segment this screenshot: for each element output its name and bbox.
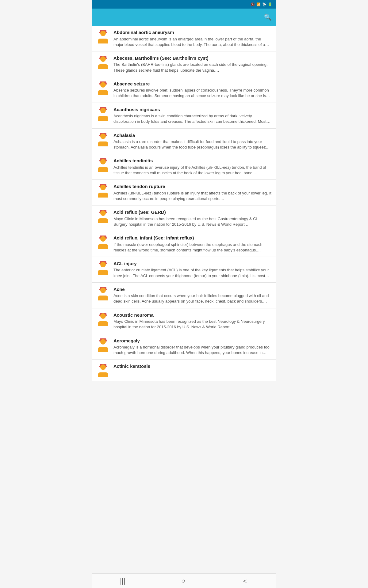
- list-item[interactable]: Acid reflux, infant (See: Infant reflux)…: [92, 231, 276, 257]
- avatar-head: [100, 185, 106, 190]
- battery-icon: 🔋: [268, 2, 272, 6]
- disease-description: Absence seizures involve brief, sudden l…: [113, 88, 272, 99]
- avatar-head: [100, 108, 106, 113]
- disease-description: The anterior cruciate ligament (ACL) is …: [113, 267, 272, 278]
- disease-list: Abdominal aortic aneurysm An abdominal a…: [92, 26, 276, 381]
- list-item[interactable]: Abdominal aortic aneurysm An abdominal a…: [92, 26, 276, 51]
- avatar: [96, 313, 110, 326]
- list-item[interactable]: Acne Acne is a skin condition that occur…: [92, 283, 276, 308]
- disease-name: Acoustic neuroma: [113, 312, 272, 318]
- disease-content: Abscess, Bartholin's (See: Bartholin's c…: [113, 55, 272, 73]
- avatar: [96, 107, 110, 121]
- avatar-head: [100, 82, 106, 88]
- disease-description: Acromegaly is a hormonal disorder that d…: [113, 345, 272, 356]
- app-bar: 🔍: [92, 9, 276, 26]
- disease-name: Acne: [113, 286, 272, 292]
- disease-content: Acid reflux (See: GERD) Mayo Clinic in M…: [113, 209, 272, 227]
- avatar-head: [100, 236, 106, 242]
- avatar: [96, 364, 110, 377]
- avatar-body: [98, 347, 108, 352]
- avatar-body: [98, 270, 108, 275]
- disease-description: Achilles (uh-KILL-eez) tendon rupture is…: [113, 190, 272, 202]
- avatar-body: [98, 141, 108, 146]
- mute-icon: 🔇: [251, 2, 255, 6]
- avatar-head: [100, 56, 106, 62]
- disease-description: Mayo Clinic in Minnesota has been recogn…: [113, 319, 272, 330]
- list-item[interactable]: Achalasia Achalasia is a rare disorder t…: [92, 129, 276, 154]
- disease-description: The Bartholin's (BAHR-toe-linz) glands a…: [113, 62, 272, 73]
- avatar: [96, 261, 110, 275]
- avatar: [96, 287, 110, 300]
- avatar: [96, 81, 110, 95]
- avatar: [96, 184, 110, 198]
- avatar: [96, 338, 110, 352]
- disease-content: Abdominal aortic aneurysm An abdominal a…: [113, 29, 272, 47]
- list-item[interactable]: Acoustic neuroma Mayo Clinic in Minnesot…: [92, 308, 276, 334]
- avatar: [96, 210, 110, 223]
- disease-content: Acid reflux, infant (See: Infant reflux)…: [113, 235, 272, 253]
- disease-content: Achilles tendon rupture Achilles (uh-KIL…: [113, 183, 272, 202]
- list-item[interactable]: Achilles tendinitis Achilles tendinitis …: [92, 154, 276, 180]
- list-item[interactable]: Achilles tendon rupture Achilles (uh-KIL…: [92, 180, 276, 205]
- disease-description: Acanthosis nigricans is a skin condition…: [113, 113, 272, 124]
- avatar-body: [98, 193, 108, 198]
- list-item[interactable]: Absence seizure Absence seizures involve…: [92, 77, 276, 103]
- avatar-body: [98, 64, 108, 69]
- avatar-body: [98, 321, 108, 326]
- list-item[interactable]: Actinic keratosis: [92, 360, 276, 381]
- disease-name: Acanthosis nigricans: [113, 107, 272, 113]
- avatar: [96, 158, 110, 172]
- avatar-head: [100, 159, 106, 164]
- avatar: [96, 30, 110, 43]
- disease-content: ACL injury The anterior cruciate ligamen…: [113, 261, 272, 279]
- disease-content: Achilles tendinitis Achilles tendinitis …: [113, 158, 272, 176]
- avatar-body: [98, 296, 108, 300]
- status-icons: 🔇 📶 📡 🔋: [251, 2, 272, 6]
- disease-name: ACL injury: [113, 261, 272, 267]
- disease-name: Acromegaly: [113, 338, 272, 344]
- disease-description: Acne is a skin condition that occurs whe…: [113, 293, 272, 304]
- avatar-body: [98, 244, 108, 249]
- disease-name: Achilles tendon rupture: [113, 183, 272, 190]
- wifi-icon: 📶: [256, 2, 261, 6]
- avatar-head: [100, 364, 106, 370]
- avatar: [96, 56, 110, 69]
- disease-name: Abscess, Bartholin's (See: Bartholin's c…: [113, 55, 272, 61]
- list-item[interactable]: Acanthosis nigricans Acanthosis nigrican…: [92, 103, 276, 129]
- disease-description: An abdominal aortic aneurysm is an enlar…: [113, 36, 272, 47]
- avatar: [96, 133, 110, 146]
- avatar-body: [98, 167, 108, 172]
- disease-content: Achalasia Achalasia is a rare disorder t…: [113, 132, 272, 150]
- avatar-head: [100, 339, 106, 345]
- disease-name: Acid reflux (See: GERD): [113, 209, 272, 215]
- disease-description: Mayo Clinic in Minnesota has been recogn…: [113, 216, 272, 227]
- disease-name: Abdominal aortic aneurysm: [113, 29, 272, 36]
- disease-description: Achalasia is a rare disorder that makes …: [113, 139, 272, 150]
- avatar-body: [98, 218, 108, 223]
- avatar-head: [100, 134, 106, 139]
- list-item[interactable]: Acid reflux (See: GERD) Mayo Clinic in M…: [92, 205, 276, 231]
- list-item[interactable]: Abscess, Bartholin's (See: Bartholin's c…: [92, 51, 276, 77]
- list-item[interactable]: ACL injury The anterior cruciate ligamen…: [92, 257, 276, 283]
- disease-content: Acanthosis nigricans Acanthosis nigrican…: [113, 107, 272, 125]
- avatar-head: [100, 210, 106, 216]
- avatar-body: [98, 372, 108, 377]
- disease-content: Acromegaly Acromegaly is a hormonal diso…: [113, 338, 272, 356]
- search-icon[interactable]: 🔍: [264, 13, 272, 21]
- disease-content: Actinic keratosis: [113, 363, 272, 370]
- avatar-head: [100, 288, 106, 293]
- disease-content: Acoustic neuroma Mayo Clinic in Minnesot…: [113, 312, 272, 330]
- avatar-head: [100, 262, 106, 267]
- disease-name: Actinic keratosis: [113, 363, 272, 369]
- avatar-head: [100, 313, 106, 319]
- disease-content: Acne Acne is a skin condition that occur…: [113, 286, 272, 304]
- avatar-body: [98, 116, 108, 121]
- avatar-body: [98, 90, 108, 95]
- avatar: [96, 236, 110, 249]
- list-item[interactable]: Acromegaly Acromegaly is a hormonal diso…: [92, 334, 276, 360]
- disease-description: If the muscle (lower esophageal sphincte…: [113, 242, 272, 253]
- disease-name: Achalasia: [113, 132, 272, 138]
- disease-name: Achilles tendinitis: [113, 158, 272, 164]
- status-bar: 🔇 📶 📡 🔋: [92, 0, 276, 9]
- avatar-head: [100, 31, 106, 36]
